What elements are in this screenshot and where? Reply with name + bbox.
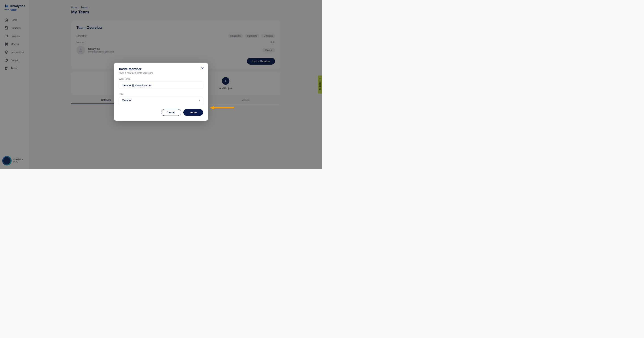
email-label: Work Email [119,78,203,80]
invite-button[interactable]: Invite [183,109,203,116]
work-email-input[interactable] [119,82,203,89]
invite-member-modal: ✕ Invite Member Invite a new member to y… [114,62,208,121]
modal-overlay[interactable]: ✕ Invite Member Invite a new member to y… [0,0,322,169]
close-icon[interactable]: ✕ [201,66,204,70]
modal-subtitle: Invite a new member to your team. [119,72,203,74]
role-label: Role [119,93,203,95]
role-select[interactable] [119,96,203,104]
cancel-button[interactable]: Cancel [161,109,181,116]
modal-title: Invite Member [119,67,203,71]
